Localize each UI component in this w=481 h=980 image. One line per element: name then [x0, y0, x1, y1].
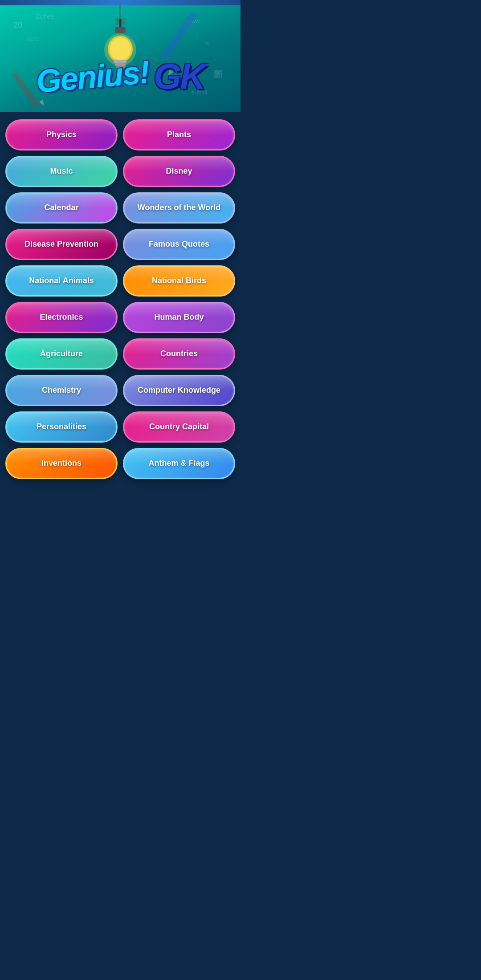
electronics-button[interactable]: Electronics	[5, 302, 118, 333]
disease-prevention-button[interactable]: Disease Prevention	[5, 229, 118, 260]
svg-text:Coffee: Coffee	[36, 13, 54, 20]
svg-text:20: 20	[13, 20, 22, 29]
genius-title: Genius!	[35, 53, 151, 100]
agriculture-button[interactable]: Agriculture	[5, 338, 118, 370]
svg-text:□: □	[196, 32, 199, 38]
category-grid: Physics Plants Music Disney Calendar Won…	[0, 112, 240, 488]
music-button[interactable]: Music	[5, 156, 118, 187]
top-bar	[0, 0, 240, 5]
country-capital-button[interactable]: Country Capital	[123, 411, 235, 443]
disney-button[interactable]: Disney	[123, 156, 235, 187]
physics-button[interactable]: Physics	[5, 119, 118, 150]
inventions-button[interactable]: Inventions	[5, 448, 118, 479]
chemistry-button[interactable]: Chemistry	[5, 375, 118, 406]
national-animals-button[interactable]: National Animals	[5, 265, 118, 297]
hero-banner: 20 Coffee www. e-mail ↗ 📊 □ ✉ GEO	[0, 5, 240, 112]
wonders-button[interactable]: Wonders of the World	[123, 192, 235, 224]
gk-title: GK	[154, 56, 204, 97]
svg-rect-16	[115, 27, 126, 33]
famous-quotes-button[interactable]: Famous Quotes	[123, 229, 235, 260]
svg-text:✉: ✉	[205, 41, 209, 46]
calendar-button[interactable]: Calendar	[5, 192, 118, 224]
plants-button[interactable]: Plants	[123, 119, 235, 150]
national-birds-button[interactable]: National Birds	[123, 265, 235, 297]
personalities-button[interactable]: Personalities	[5, 411, 118, 443]
anthem-flags-button[interactable]: Anthem & Flags	[123, 448, 235, 479]
computer-knowledge-button[interactable]: Computer Knowledge	[123, 375, 235, 406]
countries-button[interactable]: Countries	[123, 338, 235, 370]
svg-text:GEO: GEO	[27, 36, 40, 42]
human-body-button[interactable]: Human Body	[123, 302, 235, 333]
